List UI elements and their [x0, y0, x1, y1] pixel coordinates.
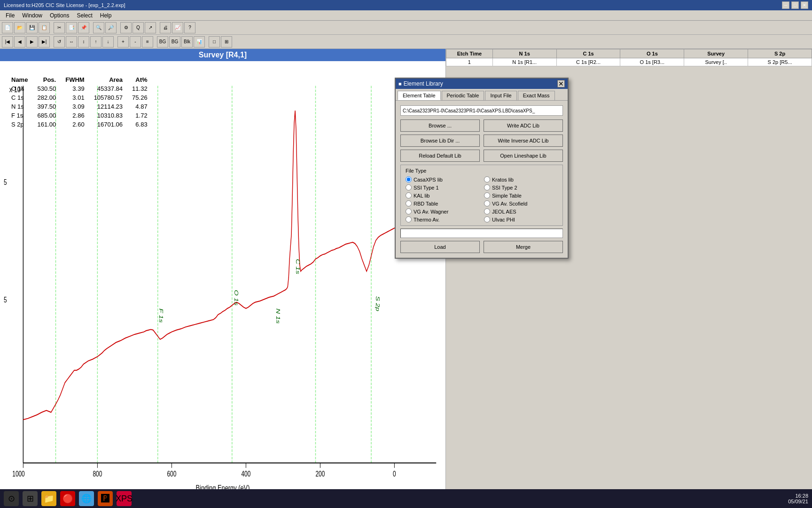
minimize-button[interactable]: ─ [782, 1, 789, 9]
radio-vg-scofield[interactable]: VG Av. Scofield [484, 200, 558, 206]
radio-ssi-type1[interactable]: SSI Type 1 [406, 184, 479, 190]
close-button[interactable]: ✕ [801, 1, 808, 9]
dialog-close-button[interactable]: ✕ [557, 80, 565, 87]
export-button[interactable]: ↗ [145, 22, 156, 33]
col-pos: Pos. [35, 75, 63, 84]
bg-button[interactable]: BG [157, 36, 168, 48]
merge-button[interactable]: Merge [484, 241, 563, 253]
radio-vg-wagner[interactable]: VG Av. Wagner [406, 208, 479, 214]
prev-button[interactable]: ◀ [14, 36, 25, 48]
taskbar-icon-explorer[interactable]: ⊞ [23, 491, 38, 506]
reload-default-lib-button[interactable]: Reload Default Lib [400, 150, 480, 162]
chart-container[interactable]: x 10³ 5 5 1000 800 [0, 61, 445, 494]
table-row: F 1s 685.00 2.86 10310.83 1.72 [9, 111, 155, 120]
cut-button[interactable]: ✂ [54, 22, 65, 33]
maximize-button[interactable]: □ [791, 1, 799, 9]
s2p-val: S 2p [R5... [748, 58, 812, 66]
flip-v-button[interactable]: ↕ [78, 36, 89, 48]
spectrum-row[interactable]: 1 N 1s [R1... C 1s [R2... O 1s [R3... Su… [446, 58, 812, 66]
save-button[interactable]: 💾 [26, 22, 38, 33]
tab-exact-mass[interactable]: Exact Mass [518, 91, 555, 100]
rotate-button[interactable]: ↺ [54, 36, 65, 48]
tab-periodic-table[interactable]: Periodic Table [442, 91, 484, 100]
display-mode-button[interactable]: □ [209, 36, 220, 48]
write-adc-lib-button[interactable]: Write ADC Lib [484, 119, 563, 132]
write-inverse-adc-lib-button[interactable]: Write Inverse ADC Lib [484, 135, 563, 147]
area-o1s: 45337.84 [92, 84, 130, 93]
at-o1s: 11.32 [130, 84, 155, 93]
area-f1s: 10310.83 [92, 111, 130, 120]
at-s2p: 6.83 [130, 120, 155, 129]
data-table: Name Pos. FWHM Area At% O 1s 530.50 3.39… [9, 75, 155, 129]
taskbar-icon-browser[interactable]: 🌐 [79, 491, 94, 506]
sort-desc-button[interactable]: ↓ [102, 36, 114, 48]
menu-options[interactable]: Options [46, 11, 73, 20]
pos-c1s: 282.00 [35, 93, 63, 102]
fwhm-n1s: 3.09 [63, 102, 92, 111]
region-remove-button[interactable]: - [130, 36, 141, 48]
next-button[interactable]: ▶| [39, 36, 50, 48]
radio-jeol-aes[interactable]: JEOL AES [484, 208, 558, 214]
radio-ulvac-phi[interactable]: Ulvac PHI [484, 216, 558, 222]
radio-ssi-type2[interactable]: SSI Type 2 [484, 184, 558, 190]
open-button[interactable]: 📂 [14, 22, 25, 33]
browse-button[interactable]: Browse ... [400, 119, 480, 132]
lib-path-input[interactable] [400, 105, 563, 116]
help-button[interactable]: ? [184, 22, 195, 33]
paste-button[interactable]: 📌 [78, 22, 89, 33]
radio-simple-table[interactable]: Simple Table [484, 192, 558, 198]
dialog-tabs: Element Table Periodic Table Input File … [396, 89, 568, 101]
plot-button[interactable]: 📈 [172, 22, 183, 33]
zoom-in-button[interactable]: 🔍 [93, 22, 104, 33]
file-type-options: CasaXPS lib Kratos lib SSI Type 1 SSI Ty… [406, 176, 558, 222]
etch-time-val: 1 [446, 58, 493, 66]
play-button[interactable]: ▶ [26, 36, 38, 48]
menu-help[interactable]: Help [96, 11, 116, 20]
start-button[interactable]: ⊙ [4, 491, 19, 506]
zoom-out-button[interactable]: 🔎 [105, 22, 117, 33]
save-as-button[interactable]: 📋 [39, 22, 50, 33]
radio-kratos-lib[interactable]: Kratos lib [484, 176, 558, 183]
taskbar-icon-ppt[interactable]: 🅿 [98, 491, 113, 506]
sensitivity-button[interactable]: 📊 [194, 36, 205, 48]
name-c1s: C 1s [9, 93, 35, 102]
reload-row: Reload Default Lib Open Lineshape Lib [400, 150, 563, 162]
menu-file[interactable]: File [2, 11, 18, 20]
region-add-button[interactable]: + [117, 36, 129, 48]
open-lineshape-lib-button[interactable]: Open Lineshape Lib [484, 150, 563, 162]
tab-element-table[interactable]: Element Table [398, 91, 441, 100]
radio-thermo-av[interactable]: Thermo Av. [406, 216, 479, 222]
taskbar-time: 16:28 [788, 493, 808, 499]
svg-text:O 1s: O 1s [233, 290, 240, 305]
fit-button[interactable]: ⊞ [221, 36, 232, 48]
process-button[interactable]: ⚙ [120, 22, 132, 33]
radio-casaxps-lib[interactable]: CasaXPS lib [406, 176, 479, 183]
flip-h-button[interactable]: ↔ [66, 36, 77, 48]
dialog-body: Browse ... Write ADC Lib Browse Lib Dir … [396, 101, 568, 258]
component-button[interactable]: ≡ [142, 36, 153, 48]
new-button[interactable]: 📄 [2, 22, 13, 33]
radio-rbd-table[interactable]: RBD Table [406, 200, 479, 206]
area-c1s: 105780.57 [92, 93, 130, 102]
menu-select[interactable]: Select [73, 11, 96, 20]
taskbar-clock: 16:28 05/09/21 [788, 493, 808, 504]
first-button[interactable]: |◀ [2, 36, 13, 48]
name-f1s: F 1s [9, 111, 35, 120]
load-button[interactable]: Load [400, 241, 480, 253]
browse-lib-dir-button[interactable]: Browse Lib Dir ... [400, 135, 480, 147]
o1s-val: O 1s [R3... [620, 58, 684, 66]
taskbar-icon-folder[interactable]: 📁 [41, 491, 56, 506]
atomic-button[interactable]: BG [169, 36, 180, 48]
svg-text:200: 200 [315, 470, 325, 478]
print-button[interactable]: 🖨 [160, 22, 171, 33]
spectrum-table: Etch Time N 1s C 1s O 1s Survey S 2p 1 N… [446, 49, 812, 66]
quantify-button[interactable]: Q [133, 22, 144, 33]
taskbar-icon-xps[interactable]: XPS [117, 491, 132, 506]
tab-input-file[interactable]: Input File [485, 91, 516, 100]
copy-button[interactable]: 📑 [66, 22, 77, 33]
menu-window[interactable]: Window [18, 11, 46, 20]
black-case-button[interactable]: Blk [181, 36, 193, 48]
taskbar-icon-app1[interactable]: 🔴 [60, 491, 75, 506]
sort-asc-button[interactable]: ↑ [90, 36, 102, 48]
radio-kal-lib[interactable]: KAL lib [406, 192, 479, 198]
